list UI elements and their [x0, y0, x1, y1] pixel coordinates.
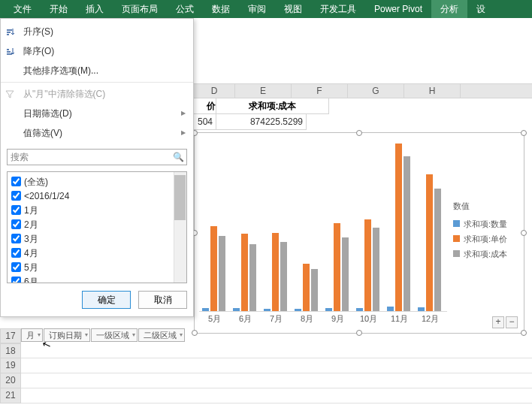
- ribbon-tab-insert[interactable]: 插入: [77, 0, 113, 18]
- row-header[interactable]: 17: [0, 328, 21, 343]
- plot-area[interactable]: [199, 141, 447, 312]
- column-headers: D E F G H: [194, 83, 532, 98]
- bar[interactable]: [404, 156, 410, 311]
- resize-handle[interactable]: [356, 130, 362, 136]
- row-header[interactable]: 21: [0, 388, 21, 403]
- bar[interactable]: [272, 233, 279, 311]
- bar[interactable]: [303, 264, 310, 311]
- field-button-region2[interactable]: 二级区域: [138, 328, 185, 342]
- chart-legend[interactable]: 数值 求和项:数量 求和项:单价 求和项:成本: [453, 201, 518, 261]
- legend-item-cost[interactable]: 求和项:成本: [453, 246, 518, 261]
- zoom-out-button[interactable]: −: [506, 316, 518, 328]
- grid-row[interactable]: [21, 343, 532, 358]
- search-input[interactable]: [7, 149, 187, 165]
- field-button-orderdate[interactable]: 订购日期: [44, 328, 90, 342]
- ribbon-tab-developer[interactable]: 开发工具: [311, 0, 365, 18]
- bar[interactable]: [364, 219, 371, 311]
- legend-item-qty[interactable]: 求和项:数量: [453, 216, 518, 231]
- bar[interactable]: [334, 223, 340, 311]
- column-header[interactable]: G: [348, 84, 404, 98]
- bar[interactable]: [241, 234, 248, 311]
- resize-handle[interactable]: [192, 330, 198, 336]
- bar[interactable]: [210, 226, 217, 311]
- bar-group[interactable]: [233, 234, 257, 311]
- bar-group[interactable]: [295, 264, 319, 311]
- bar[interactable]: [356, 308, 363, 311]
- pivot-chart[interactable]: 5月6月7月8月9月10月11月12月 数值 求和项:数量 求和项:单价 求和项…: [194, 132, 524, 334]
- ribbon-tab-data[interactable]: 数据: [203, 0, 239, 18]
- checklist-scrollbar[interactable]: [174, 172, 186, 283]
- ribbon-tab-file[interactable]: 文件: [5, 0, 41, 18]
- bar[interactable]: [434, 189, 441, 311]
- resize-handle[interactable]: [521, 130, 527, 136]
- column-header[interactable]: F: [292, 84, 348, 98]
- row-header[interactable]: 20: [0, 373, 21, 388]
- resize-handle[interactable]: [521, 230, 527, 236]
- bar[interactable]: [373, 228, 379, 311]
- ribbon-tab-review[interactable]: 审阅: [239, 0, 275, 18]
- ok-button[interactable]: 确定: [82, 291, 131, 309]
- bar-group[interactable]: [387, 144, 411, 311]
- row-header[interactable]: 18: [0, 343, 21, 358]
- menu-sort-desc[interactable]: 降序(O): [1, 41, 193, 61]
- zoom-in-button[interactable]: +: [492, 316, 504, 328]
- bar-group[interactable]: [264, 233, 288, 311]
- menu-sort-asc[interactable]: 升序(S): [1, 22, 193, 41]
- check-item[interactable]: 2月: [8, 218, 174, 232]
- row-header[interactable]: 19: [0, 358, 21, 373]
- grid-row[interactable]: [21, 388, 532, 403]
- pivot-value-cost[interactable]: 874225.5299: [216, 114, 307, 130]
- scrollbar-thumb[interactable]: [174, 175, 186, 220]
- pivot-value-price[interactable]: 504: [194, 114, 216, 130]
- bar[interactable]: [233, 308, 240, 311]
- menu-more-sort[interactable]: 其他排序选项(M)...: [1, 61, 193, 80]
- grid-row[interactable]: [21, 358, 532, 373]
- search-icon[interactable]: 🔍: [173, 152, 184, 162]
- field-button-region1[interactable]: 一级区域: [91, 328, 138, 342]
- column-header[interactable]: E: [235, 84, 292, 98]
- bar-group[interactable]: [418, 174, 442, 311]
- bar-group[interactable]: [325, 223, 349, 311]
- bar[interactable]: [202, 308, 209, 311]
- bar[interactable]: [280, 242, 287, 311]
- column-header[interactable]: H: [404, 84, 461, 98]
- filter-checklist-items[interactable]: (全选) <2016/1/24 1月 2月 3月 4月 5月 6月: [8, 172, 174, 283]
- bar[interactable]: [395, 144, 402, 311]
- check-item[interactable]: 6月: [8, 275, 174, 283]
- bar[interactable]: [219, 236, 225, 311]
- bar[interactable]: [249, 244, 256, 311]
- check-item[interactable]: <2016/1/24: [8, 189, 174, 204]
- check-item[interactable]: 1月: [8, 204, 174, 218]
- bar[interactable]: [264, 309, 271, 311]
- bar[interactable]: [418, 307, 425, 311]
- ribbon-tab-home[interactable]: 开始: [41, 0, 77, 18]
- bar[interactable]: [325, 308, 332, 311]
- bar[interactable]: [426, 174, 433, 311]
- bar[interactable]: [342, 237, 349, 311]
- ribbon-tab-pagelayout[interactable]: 页面布局: [113, 0, 167, 18]
- menu-value-filter[interactable]: 值筛选(V): [1, 123, 193, 143]
- resize-handle[interactable]: [356, 330, 362, 336]
- resize-handle[interactable]: [521, 330, 527, 336]
- bar[interactable]: [311, 269, 318, 311]
- ribbon-tab-analyze[interactable]: 分析: [431, 0, 467, 18]
- ribbon-tab-formulas[interactable]: 公式: [167, 0, 203, 18]
- check-select-all[interactable]: (全选): [8, 175, 174, 189]
- x-axis-label: 11月: [384, 313, 415, 325]
- legend-item-price[interactable]: 求和项:单价: [453, 231, 518, 246]
- grid-row[interactable]: [21, 373, 532, 388]
- check-item[interactable]: 5月: [8, 261, 174, 275]
- bar[interactable]: [295, 309, 301, 311]
- check-item[interactable]: 4月: [8, 246, 174, 261]
- bar[interactable]: [387, 307, 394, 312]
- cancel-button[interactable]: 取消: [138, 291, 187, 309]
- ribbon-tab-view[interactable]: 视图: [275, 0, 311, 18]
- check-item[interactable]: 3月: [8, 232, 174, 246]
- sort-asc-icon: [5, 27, 14, 36]
- column-header[interactable]: D: [194, 84, 235, 98]
- ribbon-tab-design[interactable]: 设: [467, 0, 494, 18]
- bar-group[interactable]: [356, 219, 380, 311]
- menu-date-filter[interactable]: 日期筛选(D): [1, 104, 193, 123]
- bar-group[interactable]: [202, 226, 226, 311]
- ribbon-tab-powerpivot[interactable]: Power Pivot: [365, 0, 431, 18]
